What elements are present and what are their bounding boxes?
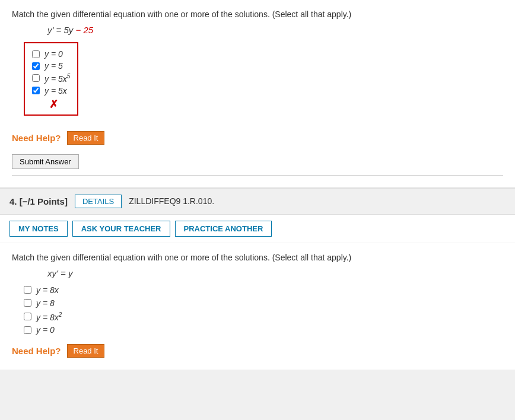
choice-label-3: y = 5x5: [44, 73, 70, 84]
read-it-button-2[interactable]: Read It: [67, 344, 105, 358]
problem-text-1: Match the given differential equation wi…: [12, 9, 503, 19]
read-it-button-1[interactable]: Read It: [67, 131, 105, 145]
equation-text-black: y' = 5y: [47, 25, 75, 35]
choice-plain-label-2: y = 8: [36, 298, 55, 308]
submit-button[interactable]: Submit Answer: [12, 154, 79, 169]
action-buttons: MY NOTES ASK YOUR TEACHER PRACTICE ANOTH…: [0, 215, 515, 243]
question-number-2: 4. [−/1 Points]: [9, 196, 68, 206]
equation-2: xy' = y: [47, 268, 503, 278]
need-help-label-1: Need Help?: [12, 133, 61, 143]
choices-plain-2: y = 8x y = 8 y = 8x2 y = 0: [24, 285, 503, 335]
checkbox2-y8[interactable]: [24, 299, 31, 307]
checkbox-y5x[interactable]: [32, 87, 40, 94]
need-help-label-2: Need Help?: [12, 346, 61, 356]
details-button[interactable]: DETAILS: [75, 195, 122, 208]
choice-row-2: y = 5: [32, 61, 70, 71]
problem-text-2: Match the given differential equation wi…: [12, 253, 503, 262]
choice-plain-label-3: y = 8x2: [36, 311, 62, 322]
problem-id: ZILLDIFFEQ9 1.R.010.: [129, 196, 214, 206]
practice-another-button[interactable]: PRACTICE ANOTHER: [175, 221, 272, 237]
equation-1: y' = 5y − 25: [47, 25, 503, 35]
choice-row-3: y = 5x5: [32, 73, 70, 84]
checkbox-y5[interactable]: [32, 62, 40, 70]
submit-area: Submit Answer: [12, 154, 503, 176]
choice-label-2: y = 5: [44, 61, 63, 71]
section-1: Match the given differential equation wi…: [0, 0, 515, 187]
ask-teacher-button[interactable]: ASK YOUR TEACHER: [72, 221, 170, 237]
choice-row-4: y = 5x: [32, 86, 70, 96]
choice-plain-label-4: y = 0: [36, 325, 55, 335]
need-help-1: Need Help? Read It: [12, 131, 503, 145]
choice-label-4: y = 5x: [44, 86, 67, 96]
choice-plain-row-4: y = 0: [24, 325, 503, 335]
section-2: Match the given differential equation wi…: [0, 243, 515, 370]
equation-text-red: − 25: [75, 25, 93, 35]
choice-plain-row-1: y = 8x: [24, 285, 503, 295]
choice-row-1: y = 0: [32, 49, 70, 59]
choice-plain-label-1: y = 8x: [36, 285, 59, 295]
checkbox-y0[interactable]: [32, 50, 40, 58]
my-notes-button[interactable]: MY NOTES: [9, 221, 68, 237]
checkbox2-y8x2[interactable]: [24, 313, 31, 320]
need-help-2: Need Help? Read It: [12, 344, 503, 358]
x-mark-icon: ✗: [49, 98, 58, 110]
choices-box-1: y = 0 y = 5 y = 5x5 y = 5x ✗: [24, 42, 78, 116]
equation-2-text: xy' = y: [47, 268, 72, 278]
question-header-2: 4. [−/1 Points] DETAILS ZILLDIFFEQ9 1.R.…: [0, 187, 515, 215]
choice-plain-row-2: y = 8: [24, 298, 503, 308]
choice-plain-row-3: y = 8x2: [24, 311, 503, 322]
checkbox-y5x5[interactable]: [32, 74, 40, 82]
checkbox2-y8x[interactable]: [24, 286, 31, 294]
checkbox2-y0[interactable]: [24, 326, 31, 334]
choice-label-1: y = 0: [44, 49, 63, 59]
